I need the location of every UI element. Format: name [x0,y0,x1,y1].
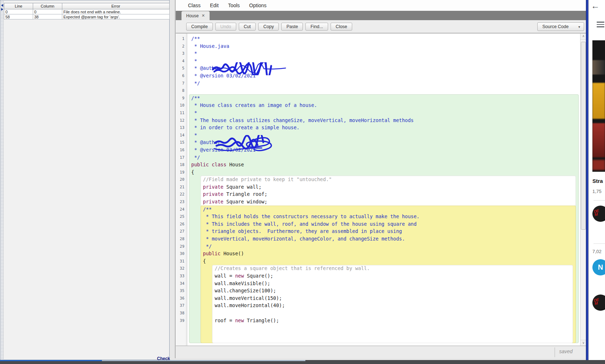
browser-window-strip: ← Stra 1,75 DEM 7,02 N DEM [586,0,605,360]
line-number: 13 [176,124,186,131]
line-number: 18 [176,161,186,168]
line-number: 24 [176,206,186,213]
error-column-header-column[interactable]: Column [33,3,62,9]
code-token: wall.makeVisible(); [191,280,270,286]
line-number: 20 [176,176,186,183]
channel-avatar[interactable]: DEM [592,206,605,222]
code-token: House() [220,251,244,256]
code-token: wall.moveHorizontal(40); [191,302,285,308]
code-line-34: wall.makeVisible(); [188,280,580,287]
code-token: Square(); [244,273,273,279]
code-line-39: roof = new Triangle(); [188,317,580,324]
editor-vertical-scrollbar[interactable]: ∧ ∨ [580,33,586,346]
menu-tools[interactable]: Tools [228,3,240,8]
line-number: 3 [176,50,186,57]
error-table: LineColumnError 00File does not end with… [4,3,170,19]
code-line-30: public House() [188,250,580,257]
code-line-21: private Square wall; [188,183,580,191]
code-token: * House.java [191,43,229,49]
paste-button[interactable]: Paste [281,23,303,31]
code-token: * in order to create a simple house. [191,125,300,130]
scrollbar-thumb[interactable] [581,42,586,230]
code-token: private [203,184,224,190]
view-selector-label: Source Code [542,24,569,29]
splitter-collapse-right-icon[interactable] [1,8,3,11]
line-number: 21 [176,183,186,191]
code-line-3: * [188,50,580,57]
menu-class[interactable]: Class [188,3,201,8]
error-table-row[interactable]: 5838Expected @param tag for 'args'. [4,14,170,19]
code-editor[interactable]: 1234567891011121314151617181920212223242… [176,33,586,346]
compile-button[interactable]: Compile [186,23,213,31]
window-edge-border [586,0,588,360]
line-number: 31 [176,257,186,265]
scrollbar-down-arrow-icon[interactable]: ∨ [581,340,586,346]
line-number: 19 [176,168,186,176]
code-token: private [203,199,224,205]
line-number: 17 [176,154,186,161]
error-column-header-error[interactable]: Error [62,3,170,9]
code-line-9: /** [188,94,580,102]
line-number-gutter: 1234567891011121314151617181920212223242… [176,33,187,346]
error-cell: File does not end with a newline. [62,9,170,14]
code-line-2: * House.java [188,42,580,50]
code-token: roof = [191,318,235,323]
menu-edit[interactable]: Edit [210,3,219,8]
error-cell: 0 [4,9,33,14]
line-number: 38 [176,309,186,317]
code-token: private [203,191,224,197]
code-token: * This includes the wall, roof, and wind… [191,221,417,227]
author-redaction-scribble-2 [213,135,287,154]
line-number: 30 [176,250,186,257]
line-number: 39 [176,317,186,324]
error-column-header-line[interactable]: Line [4,3,33,9]
chevron-down-icon: ▾ [578,25,580,29]
line-number: 37 [176,302,186,309]
tab-close-icon[interactable]: ✕ [202,13,205,18]
code-token: wall.changeSize(100); [191,288,276,293]
find-button[interactable]: Find... [305,23,328,31]
view-selector-dropdown[interactable]: Source Code ▾ [537,22,584,31]
code-token [191,265,215,271]
line-number: 15 [176,139,186,146]
code-line-31: { [188,257,580,265]
cut-button[interactable]: Cut [239,23,256,31]
code-token [191,184,203,190]
tab-house[interactable]: House ✕ [182,11,210,20]
video-title[interactable]: Stra [592,178,603,184]
code-token: wall = [191,273,235,279]
hamburger-menu-icon[interactable] [597,22,604,29]
splitter-collapse-left-icon[interactable] [1,4,3,7]
code-line-12: * The house class utilizes changeSize, m… [188,117,580,124]
line-number: 11 [176,109,186,117]
splitter-handle[interactable] [1,1,4,359]
scrollbar-up-arrow-icon[interactable]: ∧ [581,33,586,40]
tab-bar: House ✕ [176,11,586,20]
code-line-18: public class House [188,161,580,168]
line-number: 35 [176,287,186,295]
taskbar[interactable] [0,360,605,364]
error-table-header: LineColumnError [4,3,170,9]
bluej-editor-window: ClassEditToolsOptions House ✕ CompileUnd… [175,0,586,358]
code-line-22: private Triangle roof; [188,190,580,198]
channel-avatar-n[interactable]: N [592,259,605,275]
error-table-row[interactable]: 00File does not end with a newline. [4,9,170,14]
menu-options[interactable]: Options [249,3,266,8]
channel-avatar[interactable]: DEM [592,295,605,311]
code-area[interactable]: /** * House.java * * * @author * @versio… [188,33,580,346]
code-token: class [212,162,227,167]
code-line-35: wall.changeSize(100); [188,287,580,295]
line-number: 9 [176,94,186,102]
browser-content: ← Stra 1,75 DEM 7,02 N DEM [588,0,605,360]
code-lines: /** * House.java * * * @author * @versio… [188,35,580,324]
copy-button[interactable]: Copy [258,23,279,31]
back-arrow-icon[interactable]: ← [591,1,600,11]
video-thumbnail[interactable] [592,40,605,172]
close-button[interactable]: Close [331,23,352,31]
line-number: 14 [176,131,186,139]
code-token: //Field made private to keep it "untouch… [203,176,332,182]
code-line-38 [188,309,580,317]
toolbar: CompileUndoCutCopyPasteFind...Close Sour… [176,20,586,33]
line-number: 23 [176,198,186,206]
code-token: */ [191,80,200,86]
